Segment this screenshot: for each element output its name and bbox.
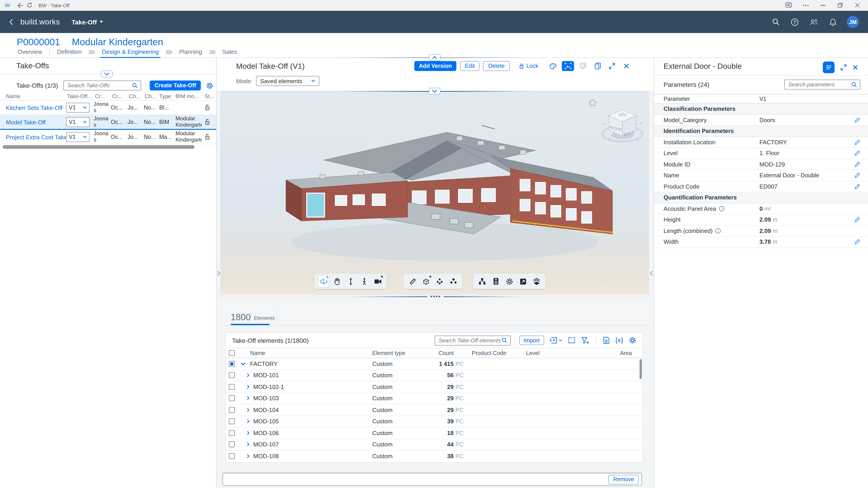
avatar[interactable]: JM	[847, 16, 859, 28]
edit-pencil-icon[interactable]	[855, 150, 860, 156]
col-product-code[interactable]: Product Code	[472, 350, 526, 356]
element-name[interactable]: MOD-102-1	[250, 384, 372, 390]
shell-help-icon[interactable]: ?	[790, 17, 800, 27]
search-icon[interactable]	[851, 82, 857, 88]
horizontal-scrollbar[interactable]	[3, 145, 194, 149]
element-row[interactable]: MOD-103 Custom 29 PC	[226, 393, 643, 404]
browser-back-icon[interactable]	[16, 1, 25, 10]
element-row[interactable]: MOD-101 Custom 56 PC	[226, 370, 643, 381]
remove-element-icon[interactable]	[568, 337, 575, 344]
window-restore-icon[interactable]	[835, 1, 844, 10]
version-select[interactable]: V1	[66, 103, 90, 113]
element-name[interactable]: MOD-108	[250, 453, 372, 460]
search-icon[interactable]	[501, 337, 507, 343]
properties-panel-icon[interactable]	[490, 275, 502, 288]
element-name[interactable]: MOD-107	[250, 441, 372, 448]
col-cr2[interactable]: Cr...	[112, 93, 122, 99]
edit-pencil-icon[interactable]	[855, 217, 860, 222]
vertical-scrollbar[interactable]	[640, 359, 642, 379]
info-icon[interactable]: i	[719, 206, 725, 212]
unlock-icon[interactable]	[205, 133, 210, 140]
chevron-down-icon[interactable]	[559, 339, 562, 341]
tab-sales[interactable]: Sales	[217, 47, 243, 58]
element-row[interactable]: MOD-107 Custom 44 PC	[226, 439, 643, 451]
edit-pencil-icon[interactable]	[855, 117, 860, 123]
row-checkbox[interactable]	[229, 419, 235, 424]
edit-pencil-icon[interactable]	[855, 139, 860, 145]
palette-icon[interactable]	[547, 61, 558, 71]
unlock-icon[interactable]	[205, 119, 210, 125]
element-name[interactable]: MOD-104	[250, 406, 372, 414]
measure-icon[interactable]	[407, 275, 418, 288]
edit-pencil-icon[interactable]	[855, 239, 860, 245]
close-panel-icon[interactable]	[852, 65, 858, 70]
expand-row-icon[interactable]	[238, 454, 250, 459]
element-name[interactable]: MOD-103	[250, 395, 372, 402]
element-row[interactable]: MOD-108 Custom 38 PC	[226, 451, 643, 462]
pan-icon[interactable]	[331, 275, 343, 288]
element-row-factory[interactable]: FACTORY Custom 1 415 PC	[226, 358, 643, 370]
edit-pencil-icon[interactable]	[855, 161, 860, 167]
expand-row-icon[interactable]	[238, 419, 250, 424]
shell-back-icon[interactable]	[9, 19, 13, 25]
collapse-panel-button[interactable]	[101, 70, 113, 77]
expand-row-icon[interactable]	[238, 373, 250, 378]
layers-icon[interactable]	[531, 275, 542, 288]
tab-definition[interactable]: Definition	[51, 47, 87, 58]
orbit-icon[interactable]	[317, 275, 329, 288]
row-checkbox[interactable]	[229, 407, 235, 413]
camera-icon[interactable]	[372, 275, 383, 288]
model-viewer-toggle-icon[interactable]	[562, 61, 574, 71]
element-row[interactable]: MOD-105 Custom 39 PC	[226, 416, 643, 427]
elements-search-input[interactable]	[438, 337, 501, 344]
takeoffs-search[interactable]	[64, 81, 141, 90]
col-cr1[interactable]: Cr...	[95, 93, 105, 99]
row-checkbox[interactable]	[229, 372, 235, 378]
row-checkbox[interactable]	[229, 453, 235, 459]
col-status[interactable]: St...	[205, 93, 214, 99]
col-bim-model[interactable]: BIM mo...	[176, 93, 199, 99]
expand-row-icon[interactable]	[238, 442, 250, 447]
browser-reload-icon[interactable]	[25, 1, 34, 10]
takeoff-row[interactable]: Kitchen Sets Take-Off V1 Joonas Oc... Jo…	[0, 100, 216, 115]
create-takeoff-button[interactable]: Create Take-Off	[150, 81, 200, 90]
edit-pencil-icon[interactable]	[855, 172, 860, 178]
col-level[interactable]: Level	[526, 350, 598, 356]
add-version-button[interactable]: Add Version	[414, 61, 456, 71]
row-checkbox[interactable]	[229, 441, 235, 448]
lock-button[interactable]: Lock	[516, 61, 541, 71]
shell-app-title[interactable]: Take-Off	[71, 18, 103, 26]
collapse-row-icon[interactable]	[238, 361, 250, 366]
app-logo[interactable]: build.works	[20, 18, 60, 27]
col-ch2[interactable]: Ch...	[145, 93, 156, 99]
col-ch1[interactable]: Ch...	[129, 93, 141, 99]
delete-button[interactable]: Delete	[483, 61, 509, 71]
col-element-type[interactable]: Element type	[372, 350, 427, 356]
model-parts-icon[interactable]	[447, 275, 459, 288]
expand-row-icon[interactable]	[238, 396, 250, 401]
export-spreadsheet-icon[interactable]	[603, 336, 610, 344]
takeoffs-search-input[interactable]	[67, 82, 132, 89]
explode-icon[interactable]	[434, 275, 445, 288]
clear-filter-icon[interactable]	[581, 337, 589, 344]
remove-button[interactable]: Remove	[609, 475, 639, 484]
col-name[interactable]: Name	[250, 350, 372, 356]
expand-panel-icon[interactable]	[840, 64, 847, 70]
shell-search-icon[interactable]	[771, 17, 781, 27]
model-tree-icon[interactable]	[476, 275, 488, 288]
takeoff-row-selected[interactable]: Model Take-Off V1 Joonas Oc... Jo... No.…	[0, 115, 216, 130]
element-row[interactable]: MOD-104 Custom 29 PC	[226, 404, 643, 416]
takeoff-name-link[interactable]: Kitchen Sets Take-Off	[6, 104, 63, 111]
screenshot-icon[interactable]	[517, 275, 529, 288]
expand-right-panel-icon[interactable]	[650, 271, 654, 276]
element-name[interactable]: MOD-101	[250, 372, 372, 379]
version-select[interactable]: V1	[66, 132, 90, 142]
col-name[interactable]: Name	[6, 93, 20, 99]
shell-users-icon[interactable]	[809, 17, 819, 27]
row-checkbox[interactable]	[229, 430, 235, 436]
element-row[interactable]: MOD-106 Custom 18 PC	[226, 427, 643, 439]
horizontal-splitter[interactable]	[217, 295, 654, 298]
elements-search[interactable]	[434, 335, 510, 345]
section-icon[interactable]	[420, 275, 432, 288]
add-element-icon[interactable]	[550, 337, 562, 344]
